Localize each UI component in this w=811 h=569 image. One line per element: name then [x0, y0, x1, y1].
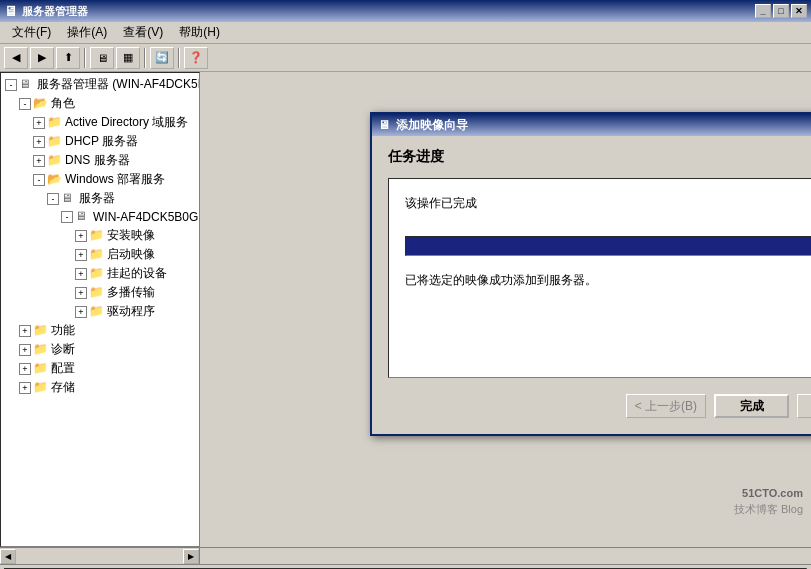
dhcp-icon: 📁: [47, 134, 63, 150]
boot-images-label: 启动映像: [107, 246, 155, 263]
tree-expand-config[interactable]: +: [19, 363, 31, 375]
tree-item-boot-images[interactable]: + 📁 启动映像: [3, 245, 197, 264]
diagnostics-label: 诊断: [51, 341, 75, 358]
left-scrollbar: ◀ ▶: [0, 548, 200, 564]
computer-icon: 🖥: [75, 209, 91, 225]
tree-item-features[interactable]: + 📁 功能: [3, 321, 197, 340]
dhcp-label: DHCP 服务器: [65, 133, 138, 150]
tree-item-drivers[interactable]: + 📁 驱动程序: [3, 302, 197, 321]
tree-expand-root[interactable]: -: [5, 79, 17, 91]
tree-expand-install[interactable]: +: [75, 230, 87, 242]
roles-label: 角色: [51, 95, 75, 112]
drivers-icon: 📁: [89, 304, 105, 320]
tree-item-dns[interactable]: + 📁 DNS 服务器: [3, 151, 197, 170]
tree-item-ad[interactable]: + 📁 Active Directory 域服务: [3, 113, 197, 132]
tree-expand-dns[interactable]: +: [33, 155, 45, 167]
tree-expand-pending[interactable]: +: [75, 268, 87, 280]
watermark: 51CTO.com 技术博客 Blog: [734, 486, 803, 517]
tree-item-config[interactable]: + 📁 配置: [3, 359, 197, 378]
servers-icon: 🖥: [61, 191, 77, 207]
tree-expand-features[interactable]: +: [19, 325, 31, 337]
tree-item-servers[interactable]: - 🖥 服务器: [3, 189, 197, 208]
tree-item-storage[interactable]: + 📁 存储: [3, 378, 197, 397]
tree-pane[interactable]: - 🖥 服务器管理器 (WIN-AF4DCK5B0G... - 📂 角色 + 📁…: [0, 72, 200, 547]
ad-label: Active Directory 域服务: [65, 114, 188, 131]
tree-item-pending-devices[interactable]: + 📁 挂起的设备: [3, 264, 197, 283]
roles-icon: 📂: [33, 96, 49, 112]
forward-button[interactable]: ▶: [30, 47, 54, 69]
view-button[interactable]: ▦: [116, 47, 140, 69]
menu-help[interactable]: 帮助(H): [171, 22, 228, 43]
title-bar: 🖥 服务器管理器 _ □ ✕: [0, 0, 811, 22]
install-images-icon: 📁: [89, 228, 105, 244]
menu-file[interactable]: 文件(F): [4, 22, 59, 43]
title-bar-text: 服务器管理器: [22, 4, 88, 19]
dialog-title-icon: 🖥: [378, 118, 390, 132]
tree-item-wds[interactable]: - 📂 Windows 部署服务: [3, 170, 197, 189]
tree-expand-multicast[interactable]: +: [75, 287, 87, 299]
dialog-body-text: 该操作已完成: [405, 195, 811, 212]
computer-label: WIN-AF4DCK5B0GF...: [93, 210, 200, 224]
cancel-button[interactable]: 取消: [797, 394, 811, 418]
tree-expand-wds[interactable]: -: [33, 174, 45, 186]
tree-expand-servers[interactable]: -: [47, 193, 59, 205]
scroll-left-btn[interactable]: ◀: [0, 549, 16, 564]
ad-icon: 📁: [47, 115, 63, 131]
tree-expand-ad[interactable]: +: [33, 117, 45, 129]
progress-bar-fill: [406, 237, 811, 255]
tree-expand-dhcp[interactable]: +: [33, 136, 45, 148]
refresh-button[interactable]: 🔄: [150, 47, 174, 69]
right-scroll-area: [200, 548, 811, 564]
config-label: 配置: [51, 360, 75, 377]
install-images-label: 安装映像: [107, 227, 155, 244]
tree-root-label: 服务器管理器 (WIN-AF4DCK5B0G...: [37, 76, 200, 93]
dialog-success-text: 已将选定的映像成功添加到服务器。: [405, 272, 811, 289]
menu-action[interactable]: 操作(A): [59, 22, 115, 43]
tree-expand-storage[interactable]: +: [19, 382, 31, 394]
toolbar-separator-3: [178, 48, 180, 68]
back-button[interactable]: < 上一步(B): [626, 394, 706, 418]
toolbar-separator-2: [144, 48, 146, 68]
drivers-label: 驱动程序: [107, 303, 155, 320]
right-pane: 51CTO.com 技术博客 Blog 🖥 添加映像向导 ✕ +: [200, 72, 811, 547]
minimize-button[interactable]: _: [755, 4, 771, 18]
tree-expand-roles[interactable]: -: [19, 98, 31, 110]
up-button[interactable]: ⬆: [56, 47, 80, 69]
tree-expand-drivers[interactable]: +: [75, 306, 87, 318]
back-button[interactable]: ◀: [4, 47, 28, 69]
storage-icon: 📁: [33, 380, 49, 396]
progress-bar-container: [405, 236, 811, 256]
wds-label: Windows 部署服务: [65, 171, 165, 188]
wizard-dialog[interactable]: 🖥 添加映像向导 ✕ + 任务进度 该操作已完: [370, 112, 811, 436]
help-button[interactable]: ❓: [184, 47, 208, 69]
dialog-footer: < 上一步(B) 完成 取消: [388, 390, 811, 422]
diagnostics-icon: 📁: [33, 342, 49, 358]
scroll-track: [16, 549, 183, 564]
servers-label: 服务器: [79, 190, 115, 207]
pending-devices-label: 挂起的设备: [107, 265, 167, 282]
tree-expand-computer[interactable]: -: [61, 211, 73, 223]
tree-item-computer[interactable]: - 🖥 WIN-AF4DCK5B0GF...: [3, 208, 197, 226]
tree-item-dhcp[interactable]: + 📁 DHCP 服务器: [3, 132, 197, 151]
bottom-scroll-area: ◀ ▶: [0, 547, 811, 564]
scroll-right-btn[interactable]: ▶: [183, 549, 199, 564]
tree-item-multicast[interactable]: + 📁 多播传输: [3, 283, 197, 302]
close-button[interactable]: ✕: [791, 4, 807, 18]
multicast-label: 多播传输: [107, 284, 155, 301]
dns-label: DNS 服务器: [65, 152, 130, 169]
maximize-button[interactable]: □: [773, 4, 789, 18]
tree-item-roles[interactable]: - 📂 角色: [3, 94, 197, 113]
storage-label: 存储: [51, 379, 75, 396]
finish-button[interactable]: 完成: [714, 394, 789, 418]
tree-item-install-images[interactable]: + 📁 安装映像: [3, 226, 197, 245]
wds-icon: 📂: [47, 172, 63, 188]
main-area: - 🖥 服务器管理器 (WIN-AF4DCK5B0G... - 📂 角色 + 📁…: [0, 72, 811, 547]
dialog-title-bar: 🖥 添加映像向导 ✕: [372, 114, 811, 136]
tree-item-diagnostics[interactable]: + 📁 诊断: [3, 340, 197, 359]
console-button[interactable]: 🖥: [90, 47, 114, 69]
tree-root[interactable]: - 🖥 服务器管理器 (WIN-AF4DCK5B0G...: [3, 75, 197, 94]
config-icon: 📁: [33, 361, 49, 377]
tree-expand-diagnostics[interactable]: +: [19, 344, 31, 356]
tree-expand-boot[interactable]: +: [75, 249, 87, 261]
menu-view[interactable]: 查看(V): [115, 22, 171, 43]
